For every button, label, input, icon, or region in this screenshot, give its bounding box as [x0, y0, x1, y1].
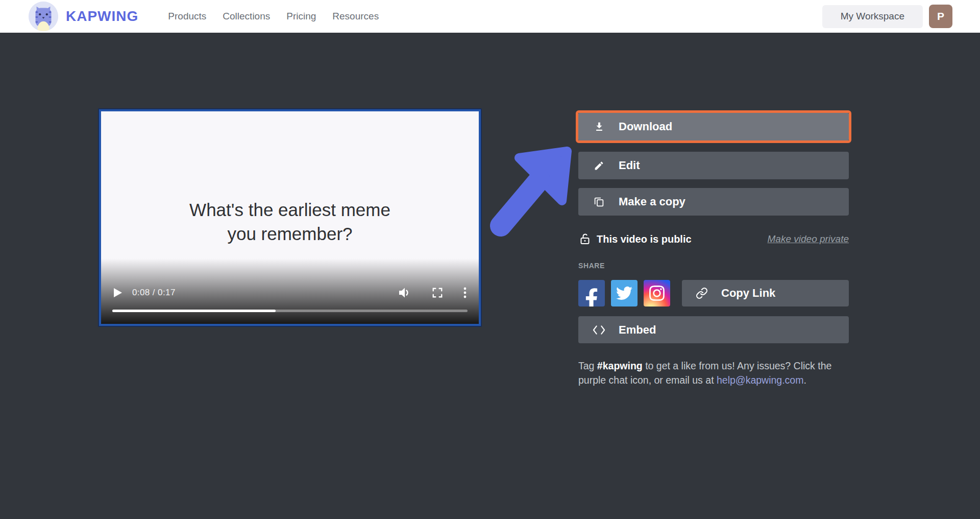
main-nav: Products Collections Pricing Resources — [168, 11, 379, 22]
video-caption-line: you remember? — [101, 222, 479, 246]
download-label: Download — [619, 120, 672, 133]
brand-wordmark: KAPWING — [66, 8, 138, 25]
nav-item-resources[interactable]: Resources — [332, 11, 379, 22]
share-heading: SHARE — [578, 262, 605, 270]
edit-label: Edit — [619, 159, 640, 172]
facebook-share-button[interactable] — [578, 280, 605, 306]
user-avatar[interactable]: P — [929, 5, 952, 28]
progress-fill — [112, 310, 276, 312]
kapwing-logo[interactable]: KAPWING — [29, 2, 138, 31]
footer-note: Tag #kapwing to get a like from us! Any … — [578, 359, 840, 387]
download-button[interactable]: Download — [578, 113, 849, 140]
footer-hashtag: #kapwing — [597, 360, 643, 371]
download-highlight-outline: Download — [576, 110, 851, 143]
video-player[interactable]: What's the earliest meme you remember? 0… — [99, 109, 481, 326]
copy-link-button[interactable]: Copy Link — [682, 280, 849, 306]
footer-text: . — [803, 374, 806, 386]
make-a-copy-button[interactable]: Make a copy — [578, 188, 849, 216]
link-icon — [695, 287, 708, 299]
unlock-icon — [578, 233, 592, 245]
top-navbar: KAPWING Products Collections Pricing Res… — [0, 0, 980, 33]
make-video-private-link[interactable]: Make video private — [768, 233, 849, 245]
edit-button[interactable]: Edit — [578, 152, 849, 179]
play-icon[interactable] — [113, 288, 122, 297]
video-progress-bar[interactable] — [112, 310, 468, 312]
kapwing-cat-icon — [29, 2, 58, 31]
video-controls: 0:08 / 0:17 — [113, 285, 467, 300]
embed-label: Embed — [619, 323, 656, 337]
kebab-menu-icon[interactable] — [463, 287, 467, 298]
video-caption-line: What's the earliest meme — [101, 198, 479, 222]
navbar-right: My Workspace P — [822, 5, 952, 28]
my-workspace-button[interactable]: My Workspace — [822, 5, 923, 28]
footer-text: Tag — [578, 360, 597, 371]
instagram-share-button[interactable] — [644, 280, 670, 306]
privacy-row: This video is public Make video private — [578, 231, 849, 247]
code-icon — [593, 325, 605, 335]
copy-icon — [593, 197, 605, 207]
support-email-link[interactable]: help@kapwing.com — [717, 374, 803, 386]
copy-link-label: Copy Link — [721, 287, 775, 300]
video-caption: What's the earliest meme you remember? — [101, 198, 479, 246]
make-a-copy-label: Make a copy — [619, 195, 685, 208]
privacy-status: This video is public — [597, 233, 692, 245]
download-icon — [593, 121, 605, 132]
video-time: 0:08 / 0:17 — [132, 288, 176, 298]
nav-item-products[interactable]: Products — [168, 11, 206, 22]
pointer-arrow-annotation — [486, 144, 578, 244]
nav-item-pricing[interactable]: Pricing — [286, 11, 316, 22]
embed-button[interactable]: Embed — [578, 316, 849, 343]
volume-icon[interactable] — [398, 287, 411, 298]
fullscreen-icon[interactable] — [432, 287, 443, 298]
twitter-share-button[interactable] — [611, 280, 638, 306]
nav-item-collections[interactable]: Collections — [223, 11, 270, 22]
pencil-icon — [593, 160, 605, 171]
